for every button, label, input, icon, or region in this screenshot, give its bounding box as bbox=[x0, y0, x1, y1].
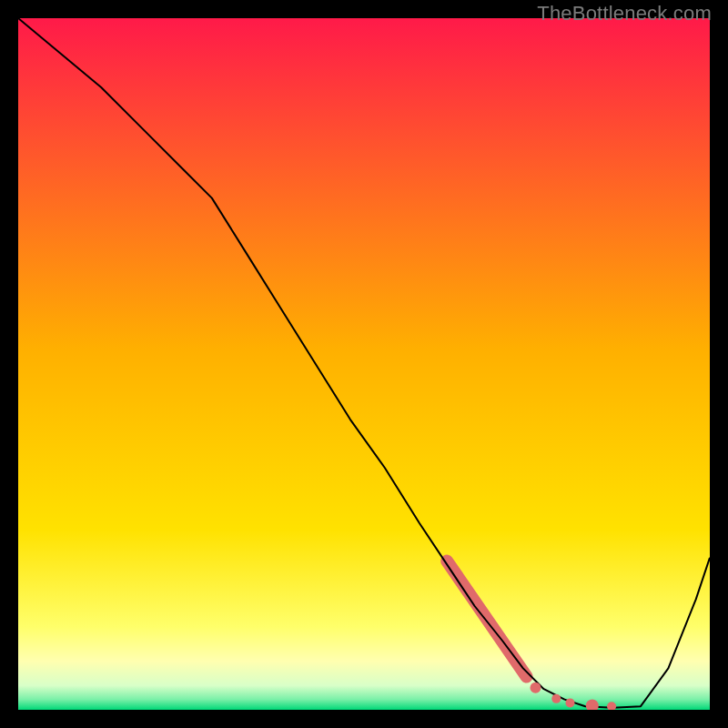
dot-2 bbox=[551, 694, 561, 703]
dot-1 bbox=[530, 682, 541, 693]
chart-svg bbox=[18, 18, 710, 710]
chart-frame: TheBottleneck.com bbox=[0, 0, 728, 728]
gradient-background bbox=[18, 18, 710, 710]
watermark-text: TheBottleneck.com bbox=[537, 2, 712, 25]
plot-area bbox=[18, 18, 710, 710]
dot-3 bbox=[565, 698, 574, 707]
